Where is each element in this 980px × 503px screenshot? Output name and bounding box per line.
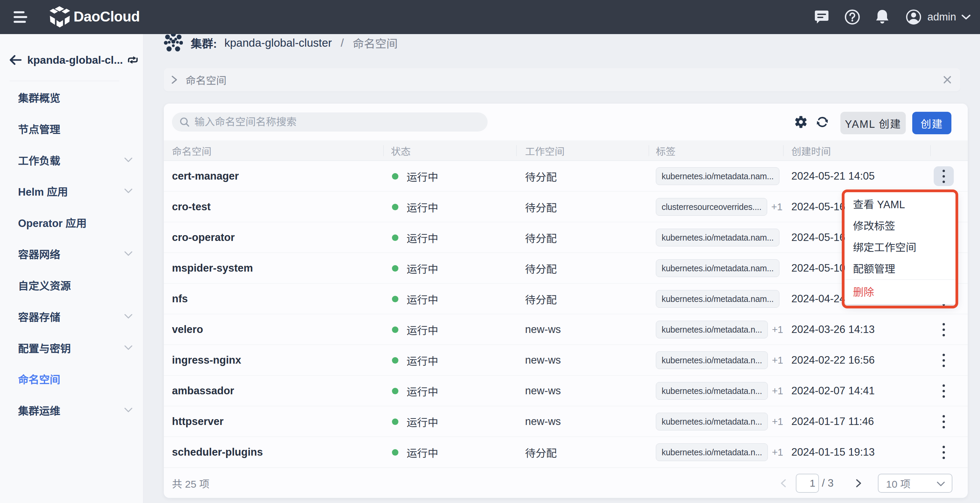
breadcrumb-cluster-name[interactable]: kpanda-global-cluster xyxy=(224,37,332,50)
label-chip[interactable]: clusterresourceoverrides.... xyxy=(656,198,767,216)
create-button[interactable]: 创建 xyxy=(912,112,951,134)
kebab-dots-icon xyxy=(943,415,945,428)
menu-item-view-yaml[interactable]: 查看 YAML xyxy=(845,193,956,214)
refresh-icon[interactable] xyxy=(816,115,829,129)
row-actions-kebab[interactable] xyxy=(934,381,954,401)
label-chip[interactable]: kubernetes.io/metadata.n... xyxy=(656,382,768,400)
prev-page-icon[interactable] xyxy=(779,479,788,488)
menu-item-delete[interactable]: 删除 xyxy=(845,281,956,302)
cell-namespace[interactable]: httpserver xyxy=(172,406,224,437)
sidebar-item-custom-resources[interactable]: 自定义资源 xyxy=(0,269,143,300)
label-chip[interactable]: kubernetes.io/metadata.nam... xyxy=(656,167,780,185)
cell-labels: kubernetes.io/metadata.nam... xyxy=(656,253,780,284)
label-chip[interactable]: kubernetes.io/metadata.nam... xyxy=(656,290,780,308)
username[interactable]: admin xyxy=(928,11,956,23)
cell-workspace: 待分配 xyxy=(525,284,557,314)
cell-namespace[interactable]: ambassador xyxy=(172,375,234,406)
close-icon[interactable] xyxy=(942,74,953,85)
menu-item-edit-labels[interactable]: 修改标签 xyxy=(845,214,956,236)
page-size-select[interactable]: 10 项 xyxy=(878,474,952,493)
label-more-count[interactable]: +1 xyxy=(772,385,783,397)
cell-labels: kubernetes.io/metadata.n... +1 xyxy=(656,345,783,375)
cell-namespace[interactable]: cro-test xyxy=(172,192,211,222)
table-footer: 共 25 项 / 3 10 项 xyxy=(164,468,968,498)
chevron-down-icon xyxy=(124,188,132,193)
cell-namespace[interactable]: nfs xyxy=(172,284,188,314)
chevron-down-icon xyxy=(124,157,132,162)
row-actions-kebab[interactable] xyxy=(934,442,954,462)
status-dot xyxy=(392,173,398,180)
label-chip[interactable]: kubernetes.io/metadata.nam... xyxy=(656,229,780,246)
cell-labels: kubernetes.io/metadata.nam... xyxy=(656,222,780,253)
daocloud-logo-icon xyxy=(46,3,74,31)
menu-item-bind-workspace[interactable]: 绑定工作空间 xyxy=(845,236,956,257)
sidebar-item-cluster-ops[interactable]: 集群运维 xyxy=(0,394,143,426)
sidebar-item-workloads[interactable]: 工作负载 xyxy=(0,144,143,176)
cell-namespace[interactable]: velero xyxy=(172,314,203,345)
cell-actions xyxy=(928,406,959,437)
namespace-panel-bar: 命名空间 xyxy=(164,68,960,91)
cell-namespace[interactable]: mspider-system xyxy=(172,253,253,284)
cell-namespace[interactable]: cert-manager xyxy=(172,161,239,192)
col-labels: 标签 xyxy=(656,141,676,161)
chat-icon[interactable] xyxy=(814,9,829,25)
label-more-count[interactable]: +1 xyxy=(772,355,783,366)
sidebar-item-namespaces[interactable]: 命名空间 xyxy=(0,363,143,394)
pagination: / 3 10 项 xyxy=(779,468,952,498)
topbar-actions: admin xyxy=(814,0,980,34)
label-more-count[interactable]: +1 xyxy=(772,416,783,427)
sidebar-cluster-name[interactable]: kpanda-global-cl... xyxy=(27,54,123,67)
cell-namespace[interactable]: scheduler-plugins xyxy=(172,437,263,468)
row-actions-kebab[interactable] xyxy=(934,166,954,186)
cell-actions xyxy=(928,314,959,345)
cell-workspace: 待分配 xyxy=(525,437,557,468)
sidebar-item-operator-apps[interactable]: Operator 应用 xyxy=(0,206,143,238)
row-actions-kebab[interactable] xyxy=(934,412,954,431)
cell-status: 运行中 xyxy=(392,222,438,253)
chevron-right-icon[interactable] xyxy=(171,75,177,84)
settings-gear-icon[interactable] xyxy=(794,115,808,129)
search-icon xyxy=(180,117,190,127)
notification-bell-icon[interactable] xyxy=(875,9,890,25)
menu-toggle-icon[interactable] xyxy=(14,11,27,24)
sidebar-item-container-network[interactable]: 容器网络 xyxy=(0,238,143,269)
row-actions-kebab[interactable] xyxy=(934,319,954,339)
sidebar-item-helm-apps[interactable]: Helm 应用 xyxy=(0,175,143,206)
cell-workspace: 待分配 xyxy=(525,192,557,222)
yaml-create-button[interactable]: YAML 创建 xyxy=(840,112,906,134)
avatar[interactable] xyxy=(906,9,921,25)
next-page-icon[interactable] xyxy=(854,479,863,488)
column-separator xyxy=(649,145,649,156)
cell-created: 2024-02-22 16:56 xyxy=(791,345,875,375)
label-chip[interactable]: kubernetes.io/metadata.nam... xyxy=(656,259,780,277)
table-row: cert-manager 运行中 待分配 kubernetes.io/metad… xyxy=(164,161,968,192)
page-input[interactable] xyxy=(796,474,819,493)
label-chip[interactable]: kubernetes.io/metadata.n... xyxy=(656,413,768,430)
label-more-count[interactable]: +1 xyxy=(771,201,783,212)
label-more-count[interactable]: +1 xyxy=(772,324,783,335)
switch-cluster-icon[interactable] xyxy=(128,55,138,65)
search-input[interactable] xyxy=(194,116,467,128)
label-more-count[interactable]: +1 xyxy=(772,447,783,458)
label-chip[interactable]: kubernetes.io/metadata.n... xyxy=(656,351,768,369)
help-icon[interactable] xyxy=(845,9,860,25)
brand[interactable]: DaoCloud xyxy=(46,3,140,31)
cell-namespace[interactable]: ingress-nginx xyxy=(172,345,241,375)
status-dot xyxy=(392,449,398,456)
status-text: 运行中 xyxy=(407,383,438,399)
cell-namespace[interactable]: cro-operator xyxy=(172,222,235,253)
menu-item-quota[interactable]: 配额管理 xyxy=(845,257,956,279)
column-separator xyxy=(783,145,784,156)
kebab-dots-icon xyxy=(943,323,945,336)
sidebar: kpanda-global-cl... 集群概览 节点管理 工作负载 Helm … xyxy=(0,34,143,503)
sidebar-item-node-management[interactable]: 节点管理 xyxy=(0,113,143,144)
user-chevron-down-icon[interactable] xyxy=(958,9,974,25)
label-chip[interactable]: kubernetes.io/metadata.n... xyxy=(656,443,768,461)
back-arrow-icon[interactable] xyxy=(10,55,22,65)
sidebar-item-config-secrets[interactable]: 配置与密钥 xyxy=(0,332,143,363)
sidebar-item-container-storage[interactable]: 容器存储 xyxy=(0,300,143,332)
sidebar-item-cluster-overview[interactable]: 集群概览 xyxy=(0,81,143,113)
label-chip[interactable]: kubernetes.io/metadata.n... xyxy=(656,321,768,339)
row-actions-kebab[interactable] xyxy=(934,350,954,370)
cell-labels: kubernetes.io/metadata.n... +1 xyxy=(656,314,783,345)
